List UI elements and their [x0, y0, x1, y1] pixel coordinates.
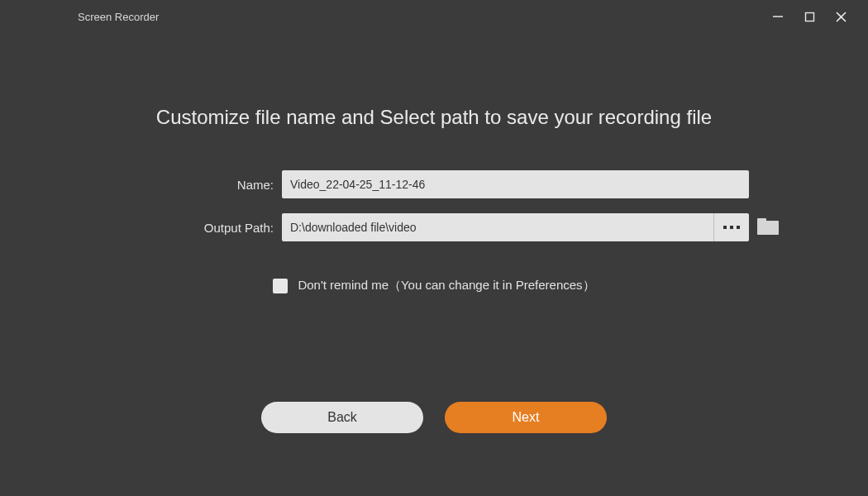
back-button[interactable]: Back: [261, 402, 423, 433]
minimize-icon: [772, 11, 784, 22]
open-folder-button[interactable]: [757, 218, 780, 236]
dont-remind-row: Don't remind me（You can change it in Pre…: [79, 278, 789, 293]
name-label: Name:: [79, 178, 282, 192]
folder-icon: [757, 218, 779, 235]
dont-remind-checkbox[interactable]: [273, 279, 288, 293]
maximize-icon: [804, 12, 815, 22]
maximize-button[interactable]: [794, 3, 825, 30]
window-controls: [762, 3, 856, 30]
name-input[interactable]: [282, 170, 749, 198]
browse-dots-icon: [723, 224, 741, 231]
close-icon: [835, 11, 847, 23]
svg-rect-1: [805, 12, 813, 21]
titlebar: Screen Recorder: [0, 0, 868, 33]
output-path-row: Output Path:: [79, 213, 789, 241]
minimize-button[interactable]: [762, 3, 794, 30]
svg-rect-5: [730, 226, 733, 229]
next-button[interactable]: Next: [445, 402, 607, 433]
svg-rect-4: [723, 226, 727, 229]
svg-rect-6: [737, 226, 740, 229]
app-title: Screen Recorder: [78, 11, 159, 23]
page-heading: Customize file name and Select path to s…: [0, 106, 868, 129]
output-path-label: Output Path:: [79, 221, 282, 235]
footer-buttons: Back Next: [0, 402, 868, 433]
dont-remind-label: Don't remind me（You can change it in Pre…: [298, 278, 594, 293]
output-path-input[interactable]: [282, 213, 713, 241]
browse-button[interactable]: [713, 213, 749, 241]
form: Name: Output Path: Don't remind me（You c…: [79, 170, 789, 293]
name-row: Name:: [79, 170, 789, 198]
close-button[interactable]: [825, 3, 856, 30]
